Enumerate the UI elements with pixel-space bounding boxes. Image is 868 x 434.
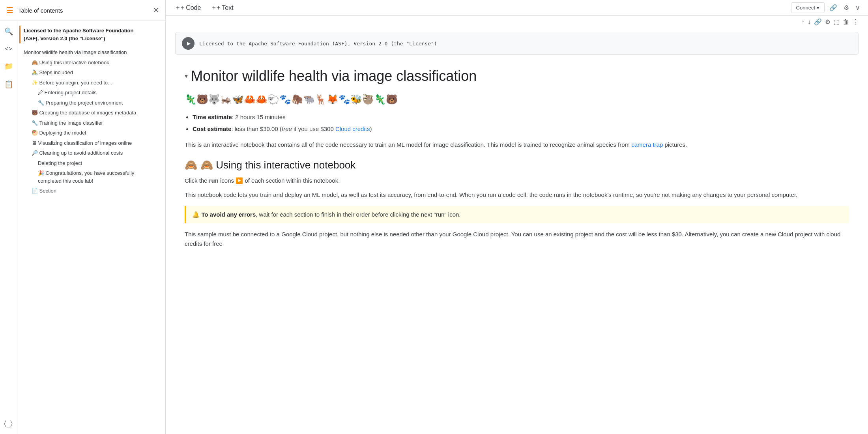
monkey-emoji: 🙈 — [185, 159, 197, 171]
settings-cell-icon[interactable]: ⚙ — [825, 18, 831, 26]
toolbar: + + Code + + Text Connect ▾ 🔗 ⚙ ∨ — [166, 0, 868, 16]
collapse-arrow[interactable]: ▾ — [185, 72, 188, 80]
hamburger-icon: ☰ — [6, 6, 13, 15]
content-area: ↑ ↓ 🔗 ⚙ ⬚ 🗑 ⋮ Licensed to the Apache Sof… — [166, 16, 868, 434]
toc-item-congrats[interactable]: 🎉 Congratulations, you have successfully… — [24, 168, 159, 186]
toc-list: Licensed to the Apache Software Foundati… — [17, 21, 165, 434]
text-button[interactable]: + + Text — [208, 3, 237, 13]
info-bullets: Time estimate: 2 hours 15 minutes Cost e… — [193, 112, 849, 134]
link-cell-icon[interactable]: 🔗 — [814, 18, 822, 26]
warning-bold: To avoid any errors — [201, 211, 256, 218]
cloud-credits-link[interactable]: Cloud credits — [335, 125, 370, 132]
more-icon[interactable]: ⋮ — [852, 18, 859, 26]
time-estimate: Time estimate: 2 hours 15 minutes — [193, 112, 849, 122]
code-button[interactable]: + + Code — [172, 3, 205, 13]
toc-item-cleaning[interactable]: 🔎 Cleaning up to avoid additional costs — [24, 148, 159, 158]
code-icon[interactable]: <> — [5, 45, 12, 52]
warning-text: , wait for each section to finish in the… — [256, 211, 460, 218]
list-icon[interactable]: 📋 — [4, 80, 13, 89]
cell-action-toolbar: ↑ ↓ 🔗 ⚙ ⬚ 🗑 ⋮ — [801, 18, 859, 26]
folder-icon[interactable]: 📁 — [4, 62, 13, 71]
run-bold: run — [209, 177, 219, 184]
time-label: Time estimate — [193, 114, 232, 120]
section2-p3: This sample must be connected to a Googl… — [185, 230, 849, 249]
close-icon[interactable]: ✕ — [153, 7, 159, 14]
section2-p1: Click the run icons ▶️ of each section w… — [185, 176, 849, 185]
main-section-header: ▾ Monitor wildlife health via image clas… — [185, 67, 849, 84]
plus-icon: + — [176, 4, 180, 11]
expand-icon-btn[interactable]: ∨ — [854, 2, 862, 13]
section2-title: 🙈 🙈 Using this interactive notebook — [185, 159, 849, 171]
section2-p2: This notebook code lets you train and de… — [185, 190, 849, 200]
cost-estimate: Cost estimate: less than $30.00 (free if… — [193, 124, 849, 134]
toc-item-entering[interactable]: 🖊 Entering project details — [24, 88, 159, 98]
terminal-icon[interactable]: 〈_〉 — [4, 419, 13, 428]
copy-cell-icon[interactable]: ⬚ — [834, 18, 840, 26]
toc-item-database[interactable]: 🐻 Creating the database of images metada… — [24, 108, 159, 118]
settings-icon-btn[interactable]: ⚙ — [842, 2, 851, 13]
toolbar-right: Connect ▾ 🔗 ⚙ ∨ — [791, 2, 862, 13]
delete-cell-icon[interactable]: 🗑 — [843, 19, 849, 26]
main-heading: Monitor wildlife health via image classi… — [191, 67, 477, 84]
connect-button[interactable]: Connect ▾ — [791, 2, 825, 13]
sidebar-title: Table of contents — [18, 7, 148, 14]
link-icon-btn[interactable]: 🔗 — [828, 2, 839, 13]
body-text-1: This is an interactive notebook that con… — [185, 140, 849, 150]
toc-item-using[interactable]: 🙈 Using this interactive notebook — [24, 58, 159, 68]
main-panel: + + Code + + Text Connect ▾ 🔗 ⚙ ∨ ↑ ↓ 🔗 … — [166, 0, 868, 434]
plus-text-icon: + — [212, 4, 215, 11]
toc-item-steps[interactable]: 🚴 Steps included — [24, 67, 159, 78]
warning-box: 🔔 To avoid any errors, wait for each sec… — [185, 206, 849, 223]
toc-item-deleting[interactable]: Deleting the project — [24, 158, 159, 168]
run-cell-button[interactable] — [182, 37, 195, 50]
toc-item-section[interactable]: 📄 Section — [24, 186, 159, 196]
move-down-icon[interactable]: ↓ — [808, 19, 811, 26]
chevron-down-icon: ▾ — [817, 5, 819, 11]
toc-item-license[interactable]: Licensed to the Apache Software Foundati… — [19, 26, 159, 43]
cell-content: Licensed to the Apache Software Foundati… — [199, 41, 437, 47]
notebook-body: ▾ Monitor wildlife health via image clas… — [166, 61, 868, 263]
sidebar-header: ☰ Table of contents ✕ — [0, 0, 165, 21]
cost-label: Cost estimate — [193, 125, 231, 132]
toc-item-monitor[interactable]: Monitor wildlife health via image classi… — [24, 47, 159, 58]
code-cell: Licensed to the Apache Software Foundati… — [175, 32, 859, 55]
toc-item-training[interactable]: 🔧 Training the image classifier — [24, 118, 159, 128]
sidebar: ☰ Table of contents ✕ 🔍 <> 📁 📋 〈_〉 Licen… — [0, 0, 166, 434]
toc-item-visualizing[interactable]: 🖥 Visualizing classification of images o… — [24, 138, 159, 148]
toc-item-before[interactable]: ✨ Before you begin, you need to... — [24, 78, 159, 88]
animal-emoji-row: 🦎🐻🐺🦗🦋🦀🦀🐑🐾🦣🐃🦌🦊🐾🐝🦥🦎🐻 — [185, 91, 849, 108]
toc-item-deploying[interactable]: 🥙 Deploying the model — [24, 128, 159, 138]
move-up-icon[interactable]: ↑ — [801, 19, 804, 26]
camera-trap-link[interactable]: camera trap — [631, 141, 663, 148]
search-icon[interactable]: 🔍 — [4, 27, 13, 36]
toc-item-preparing[interactable]: 🔧 Preparing the project environment — [24, 98, 159, 108]
